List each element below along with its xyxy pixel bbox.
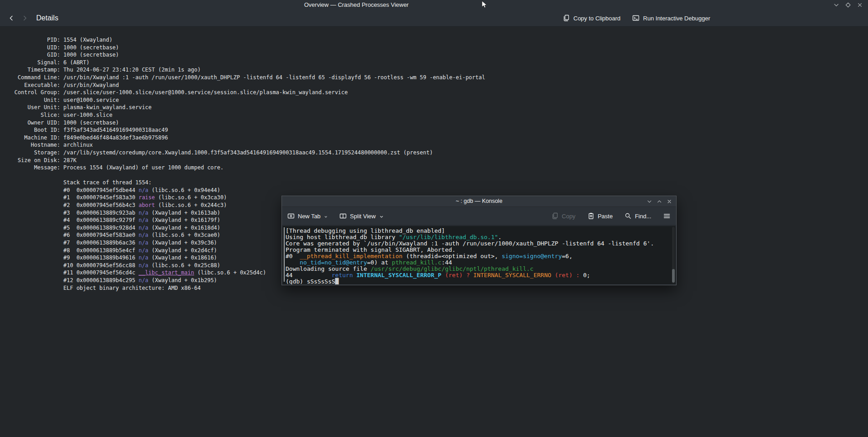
terminal-left-guide — [284, 227, 285, 282]
hamburger-menu-button[interactable] — [663, 212, 671, 220]
page-title: Details — [36, 14, 58, 22]
forward-button[interactable] — [18, 11, 32, 25]
detail-row: Owner UID:1000 (secretbase) — [9, 119, 868, 127]
copy-to-clipboard-button[interactable]: Copy to Clipboard — [563, 14, 620, 22]
detail-label: Size on Disk: — [9, 157, 60, 164]
terminal-output: [Thread debugging using libthread_db ena… — [286, 228, 670, 284]
detail-value: 1000 (secretbase) — [63, 44, 119, 52]
detail-label: Owner UID: — [9, 119, 60, 127]
new-tab-icon — [287, 212, 295, 220]
terminal-line: [Thread debugging using libthread_db ena… — [286, 228, 670, 234]
forward-icon — [21, 14, 29, 22]
detail-value: Thu 2024-06-27 23:41:20 CEST (2min 1s ag… — [63, 66, 200, 74]
konsole-window-controls — [646, 196, 672, 207]
detail-value: user-1000.slice — [63, 111, 112, 119]
find-icon — [625, 212, 632, 220]
maximize-button[interactable] — [844, 1, 852, 9]
konsole-maximize-button[interactable] — [656, 198, 663, 205]
detail-value: /user.slice/user-1000.slice/user@1000.se… — [63, 89, 348, 96]
detail-value: 1000 (secretbase) — [63, 119, 119, 127]
run-debugger-icon — [632, 14, 639, 22]
new-tab-button[interactable]: New Tab — [287, 212, 328, 220]
close-button[interactable] — [856, 1, 863, 9]
detail-value: /usr/bin/Xwayland — [63, 82, 119, 89]
konsole-close-button[interactable] — [666, 198, 672, 205]
maximize-icon — [844, 1, 852, 9]
new-tab-menu-chevron-icon — [324, 215, 328, 219]
konsole-titlebar: ~ : gdb — Konsole — [282, 196, 676, 207]
konsole-minimize-icon — [646, 198, 653, 205]
terminal[interactable]: [Thread debugging using libthread_db ena… — [282, 226, 676, 284]
stack-line: Stack trace of thread 1554: — [63, 179, 868, 187]
detail-value: /var/lib/systemd/coredump/core.Xwayland.… — [63, 149, 433, 157]
split-view-button[interactable]: Split View — [339, 212, 384, 220]
copy-button[interactable]: Copy — [551, 212, 575, 220]
terminal-line: 44 return INTERNAL_SYSCALL_ERROR_P (ret)… — [286, 272, 670, 279]
paste-label: Paste — [598, 213, 613, 220]
split-view-label: Split View — [350, 213, 376, 220]
konsole-maximize-icon — [656, 198, 663, 205]
detail-label: Machine ID: — [9, 134, 60, 142]
detail-row: Slice:user-1000.slice — [9, 111, 868, 119]
terminal-line: Downloading source file /usr/src/debug/g… — [286, 266, 670, 272]
window-title: Overview — Crashed Processes Viewer — [304, 1, 409, 8]
konsole-toolbar: New Tab Split View Copy Paste Find... — [282, 207, 676, 226]
detail-label: User Unit: — [9, 104, 60, 111]
konsole-window-title: ~ : gdb — Konsole — [282, 198, 676, 204]
detail-label: GID: — [9, 51, 60, 59]
detail-value: /usr/bin/Xwayland :1 -auth /run/user/100… — [63, 74, 485, 82]
stack-symbol-link[interactable]: __libc_start_main — [138, 269, 194, 276]
paste-button[interactable]: Paste — [587, 212, 613, 220]
detail-label: Control Group: — [9, 89, 60, 96]
konsole-minimize-button[interactable] — [646, 198, 653, 205]
header-actions: Copy to Clipboard Run Interactive Debugg… — [563, 10, 710, 26]
detail-label: Boot ID: — [9, 126, 60, 134]
detail-label: Message: — [9, 164, 60, 172]
detail-label: Signal: — [9, 59, 60, 67]
detail-value: user@1000.service — [63, 96, 119, 104]
terminal-line: no_tid=no_tid@entry=0) at pthread_kill.c… — [286, 259, 670, 266]
split-view-icon — [339, 212, 347, 220]
detail-row: Timestamp:Thu 2024-06-27 23:41:20 CEST (… — [9, 66, 868, 74]
detail-row: Executable:/usr/bin/Xwayland — [9, 82, 868, 89]
detail-label: Slice: — [9, 111, 60, 119]
run-debugger-label: Run Interactive Debugger — [643, 15, 710, 22]
stack-line: #0 0x00007945ef5dbe44 n/a (libc.so.6 + 0… — [63, 187, 868, 194]
terminal-line: #0 __pthread_kill_implementation (thread… — [286, 253, 670, 259]
detail-label: Executable: — [9, 82, 60, 89]
copy-label: Copy — [562, 213, 575, 220]
detail-row: User Unit:plasma-kwin_wayland.service — [9, 104, 868, 111]
back-icon — [8, 14, 15, 22]
close-icon — [856, 1, 863, 9]
detail-row: Unit:user@1000.service — [9, 96, 868, 104]
detail-row: Signal:6 (ABRT) — [9, 59, 868, 67]
minimize-button[interactable] — [832, 1, 840, 9]
detail-label: Timestamp: — [9, 66, 60, 74]
details-toolbar: Details Copy to Clipboard Run Interactiv… — [0, 10, 868, 27]
paste-icon — [587, 212, 595, 220]
find-button[interactable]: Find... — [625, 212, 651, 220]
terminal-scrollbar-thumb[interactable] — [672, 269, 675, 283]
terminal-line: Core was generated by `/usr/bin/Xwayland… — [286, 240, 670, 247]
menu-icon — [663, 212, 671, 220]
split-view-menu-chevron-icon — [379, 215, 384, 219]
back-button[interactable] — [5, 11, 18, 25]
new-tab-label: New Tab — [298, 213, 320, 220]
detail-row: Hostname:archlinux — [9, 141, 868, 149]
detail-value: 287K — [63, 157, 76, 164]
copy-to-clipboard-label: Copy to Clipboard — [573, 15, 620, 22]
detail-row: Message:Process 1554 (Xwayland) of user … — [9, 164, 868, 172]
window-controls — [832, 0, 863, 10]
detail-value: f849e0bed46f484a83def3ae6b975896 — [63, 134, 168, 142]
minimize-icon — [833, 1, 840, 9]
stack-line: ELF object binary architecture: AMD x86-… — [63, 284, 868, 292]
detail-row: GID:1000 (secretbase) — [9, 51, 868, 59]
detail-label: Command Line: — [9, 74, 60, 82]
detail-row: Command Line:/usr/bin/Xwayland :1 -auth … — [9, 74, 868, 82]
run-debugger-button[interactable]: Run Interactive Debugger — [632, 14, 710, 22]
detail-value: 1554 (Xwayland) — [63, 36, 112, 44]
detail-value: 6 (ABRT) — [63, 59, 90, 67]
konsole-close-icon — [666, 198, 672, 205]
detail-row: Boot ID:f3f5af343ad5416491694900318aac49 — [9, 126, 868, 134]
find-label: Find... — [635, 213, 651, 220]
